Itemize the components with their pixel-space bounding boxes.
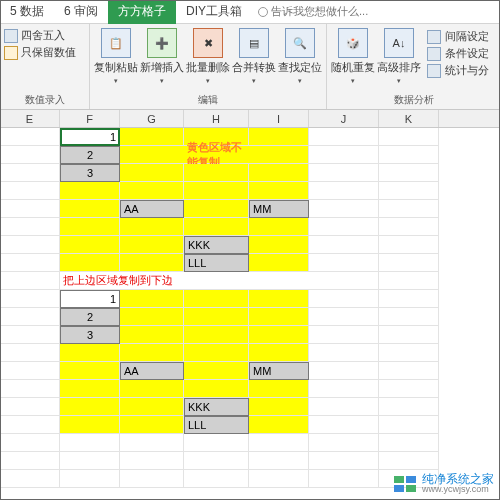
cell-LLL[interactable]: LLL <box>184 254 249 272</box>
chevron-down-icon: ▾ <box>252 77 256 85</box>
watermark-url: www.ycwjsy.com <box>422 485 494 494</box>
random-button[interactable]: 🎲随机重复▾ <box>331 26 375 85</box>
col-G[interactable]: G <box>120 110 184 127</box>
insert-button[interactable]: ➕新增插入▾ <box>140 26 184 85</box>
find-button[interactable]: 🔍查找定位▾ <box>278 26 322 85</box>
group-label-input: 数值录入 <box>4 93 85 109</box>
merge-button[interactable]: ▤合并转换▾ <box>232 26 276 85</box>
col-H[interactable]: H <box>184 110 249 127</box>
sort-label: 高级排序 <box>377 60 421 75</box>
lightbulb-icon <box>258 7 268 17</box>
worksheet[interactable]: E F G H I J K 1 2黄色区域不能复制 3 AAMM KKK LLL… <box>0 110 500 488</box>
chevron-down-icon: ▾ <box>298 77 302 85</box>
ribbon: 四舍五入 只保留数值 数值录入 📋复制粘贴▾ ➕新增插入▾ ✖批量删除▾ ▤合并… <box>0 24 500 110</box>
sort-button[interactable]: A↓高级排序▾ <box>377 26 421 85</box>
cell-F1b[interactable]: 1 <box>60 290 120 308</box>
random-icon: 🎲 <box>338 28 368 58</box>
tab-data[interactable]: 5 数据 <box>0 0 54 24</box>
group-label-edit: 编辑 <box>94 93 322 109</box>
copy-paste-label: 复制粘贴 <box>94 60 138 75</box>
tab-diy[interactable]: DIY工具箱 <box>176 0 252 24</box>
grid-rows: 1 2黄色区域不能复制 3 AAMM KKK LLL 把上边区域复制到下边 1 … <box>0 128 500 488</box>
merge-icon: ▤ <box>239 28 269 58</box>
find-label: 查找定位 <box>278 60 322 75</box>
batch-delete-label: 批量删除 <box>186 60 230 75</box>
chevron-down-icon: ▾ <box>114 77 118 85</box>
tab-fanggezi[interactable]: 方方格子 <box>108 0 176 24</box>
warning-text: 黄色区域不能复制 <box>184 146 249 164</box>
condition-icon <box>427 47 441 61</box>
watermark-logo-icon <box>394 476 418 492</box>
cell-MM[interactable]: MM <box>249 200 309 218</box>
interval-label: 间隔设定 <box>445 29 489 44</box>
merge-label: 合并转换 <box>232 60 276 75</box>
cell-MM2[interactable]: MM <box>249 362 309 380</box>
tell-me[interactable]: 告诉我您想做什么... <box>258 4 368 19</box>
col-I[interactable]: I <box>249 110 309 127</box>
chevron-down-icon: ▾ <box>397 77 401 85</box>
cell-F3[interactable]: 3 <box>60 164 120 182</box>
round-label: 四舍五入 <box>21 28 65 43</box>
interval-button[interactable]: 间隔设定 <box>427 29 489 44</box>
keep-value-label: 只保留数值 <box>21 45 76 60</box>
round-icon <box>4 29 18 43</box>
stat-label: 统计与分 <box>445 63 489 78</box>
cell-LLL2[interactable]: LLL <box>184 416 249 434</box>
insert-icon: ➕ <box>147 28 177 58</box>
copy-paste-button[interactable]: 📋复制粘贴▾ <box>94 26 138 85</box>
interval-icon <box>427 30 441 44</box>
stat-icon <box>427 64 441 78</box>
col-F[interactable]: F <box>60 110 120 127</box>
keep-value-icon <box>4 46 18 60</box>
keep-value-button[interactable]: 只保留数值 <box>4 45 85 60</box>
round-button[interactable]: 四舍五入 <box>4 28 85 43</box>
tab-review[interactable]: 6 审阅 <box>54 0 108 24</box>
cell-AA2[interactable]: AA <box>120 362 184 380</box>
watermark: 纯净系统之家 www.ycwjsy.com <box>394 473 494 494</box>
cell-KKK[interactable]: KKK <box>184 236 249 254</box>
cell-F1[interactable]: 1 <box>60 128 120 146</box>
condition-label: 条件设定 <box>445 46 489 61</box>
col-J[interactable]: J <box>309 110 379 127</box>
sort-icon: A↓ <box>384 28 414 58</box>
chevron-down-icon: ▾ <box>351 77 355 85</box>
col-K[interactable]: K <box>379 110 439 127</box>
cell-F2b[interactable]: 2 <box>60 308 120 326</box>
tell-me-label: 告诉我您想做什么... <box>271 4 368 19</box>
find-icon: 🔍 <box>285 28 315 58</box>
ribbon-tabs: 5 数据 6 审阅 方方格子 DIY工具箱 告诉我您想做什么... <box>0 0 500 24</box>
stat-button[interactable]: 统计与分 <box>427 63 489 78</box>
chevron-down-icon: ▾ <box>206 77 210 85</box>
cell-F3b[interactable]: 3 <box>60 326 120 344</box>
col-E[interactable]: E <box>0 110 60 127</box>
batch-delete-icon: ✖ <box>193 28 223 58</box>
column-headers: E F G H I J K <box>0 110 500 128</box>
chevron-down-icon: ▾ <box>160 77 164 85</box>
group-label-analysis: 数据分析 <box>331 93 496 109</box>
cell-F2[interactable]: 2 <box>60 146 120 164</box>
condition-button[interactable]: 条件设定 <box>427 46 489 61</box>
cell-AA[interactable]: AA <box>120 200 184 218</box>
batch-delete-button[interactable]: ✖批量删除▾ <box>186 26 230 85</box>
insert-label: 新增插入 <box>140 60 184 75</box>
instruction-text: 把上边区域复制到下边 <box>60 272 309 290</box>
random-label: 随机重复 <box>331 60 375 75</box>
cell-KKK2[interactable]: KKK <box>184 398 249 416</box>
copy-paste-icon: 📋 <box>101 28 131 58</box>
